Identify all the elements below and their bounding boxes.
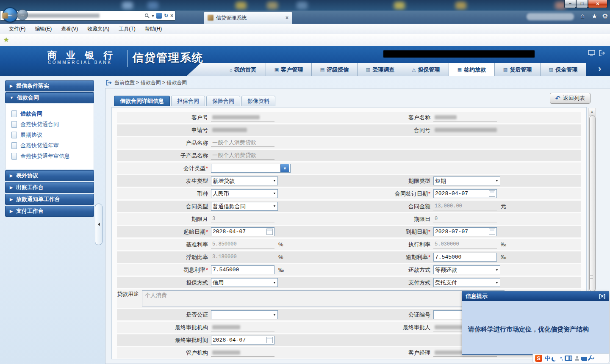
currency-select[interactable]: 人民币▼ [211, 189, 278, 198]
logout-icon[interactable] [599, 50, 605, 56]
final-approval-time-control: 2028-04-07 [211, 336, 274, 345]
nav-tab-guarantee[interactable]: △担保管理 [403, 63, 449, 76]
menu-help[interactable]: 帮助(H) [140, 24, 167, 34]
sidebar-section-loan-contract[interactable]: ▼借款合同 [5, 92, 94, 103]
sidebar-item-jinyan-quick-loan-contract[interactable]: 金燕快贷通合同 [11, 121, 94, 128]
return-to-list-button[interactable]: ↷ 返回列表 [550, 93, 591, 104]
maximize-button[interactable]: □ [576, 0, 588, 8]
nav-tab-home[interactable]: ⌂我的首页 [220, 63, 266, 76]
menu-file[interactable]: 文件(F) [4, 24, 30, 34]
calendar-icon[interactable] [489, 190, 495, 197]
scrollbar-up-arrow[interactable]: ▲ [589, 108, 595, 116]
guarantee-method-label: 担保方式 [117, 279, 208, 287]
payment-method-select[interactable]: 受托支付▼ [433, 278, 500, 287]
popup-close-icon[interactable]: [×] [599, 293, 605, 299]
required-asterisk: * [428, 190, 430, 197]
menu-view[interactable]: 查看(V) [56, 24, 83, 34]
dropdown-caret-icon[interactable]: ▼ [495, 179, 499, 182]
chinese-mode-icon[interactable]: 中 [545, 355, 550, 362]
browser-tab[interactable]: 信贷管理系统 × [204, 11, 292, 24]
close-button[interactable]: × [588, 0, 607, 8]
dropdown-caret-icon[interactable]: ▼ [273, 313, 276, 316]
wrench-icon[interactable] [588, 356, 592, 361]
scrollbar-thumb[interactable] [589, 116, 596, 292]
nav-tab-preservation[interactable]: ▨保全管理 [541, 63, 586, 76]
term-type-value: 短期 [435, 177, 446, 185]
compatibility-view-icon[interactable] [156, 13, 162, 19]
nav-tab-investigation[interactable]: ▥受理调查 [358, 63, 403, 76]
contract-type-select[interactable]: 普通借款合同▼ [211, 202, 278, 211]
monitor-icon[interactable] [588, 50, 595, 56]
dropdown-caret-icon[interactable]: ▼ [273, 179, 276, 182]
term-type-select[interactable]: 短期▼ [433, 176, 500, 185]
add-favorite-star-icon[interactable]: ★ [3, 36, 9, 44]
sidebar-item-extension-agreement[interactable]: 展期协议 [11, 131, 94, 139]
moon-icon[interactable] [553, 356, 557, 361]
product-name-text: 一般个人消费贷款 [212, 139, 256, 146]
search-icon[interactable] [144, 13, 150, 18]
managing-org-value [211, 349, 274, 357]
calendar-icon[interactable] [266, 229, 273, 235]
stop-icon[interactable]: × [170, 13, 173, 19]
tab-image-material[interactable]: 影像资料 [241, 96, 275, 106]
penalty-rate-input[interactable]: 7.545000 [211, 265, 274, 274]
sidebar-collapse-handle[interactable] [95, 204, 103, 245]
calendar-icon[interactable] [266, 337, 273, 343]
keyboard-icon[interactable] [565, 356, 572, 361]
popup-titlebar[interactable]: 信息提示 [×] [462, 292, 609, 301]
menu-edit[interactable]: 编辑(E) [30, 24, 56, 34]
minimize-button[interactable]: – [564, 0, 576, 8]
sidebar-section-loan-notice[interactable]: ▶放款通知单工作台 [5, 194, 94, 205]
sidebar-item-jinyan-annual-review[interactable]: 金燕快贷通年审 [11, 142, 94, 149]
sidebar-section-credit-conditions[interactable]: ▶授信条件落实 [5, 80, 94, 91]
nav-tab-customer[interactable]: ▣客户管理 [266, 63, 312, 76]
home-icon[interactable]: ⌂ [580, 12, 585, 20]
sidebar-section-payment[interactable]: ▶支付工作台 [5, 206, 94, 217]
start-date-input[interactable]: 2028-04-07 [211, 227, 274, 236]
nav-tab-postloan[interactable]: ▧贷后管理 [495, 63, 541, 76]
favorites-star-icon[interactable]: ★ [591, 12, 597, 20]
final-approval-time-input[interactable]: 2028-04-07 [211, 336, 274, 345]
refresh-icon[interactable]: ↻ [164, 13, 168, 19]
maturity-date-input[interactable]: 2028-07-07 [433, 227, 497, 236]
occurrence-type-select[interactable]: 新增贷款▼ [211, 176, 278, 185]
sub-product-name-control: 一般个人消费贷款 [211, 152, 274, 160]
sidebar-section-disbursement[interactable]: ▶出账工作台 [5, 182, 94, 193]
base-rate-field: 基准利率5.850000% [117, 241, 358, 248]
nav-more-chevron-icon[interactable]: › [598, 63, 601, 74]
calendar-icon[interactable] [489, 229, 495, 235]
dropdown-caret-icon[interactable]: ▼ [273, 205, 276, 208]
guarantee-method-select[interactable]: 信用▼ [211, 278, 278, 287]
dropdown-caret-icon[interactable]: ▼ [495, 281, 499, 284]
sidebar-item-jinyan-annual-review-info[interactable]: 金燕快贷通年审信息 [11, 152, 94, 160]
accounting-type-select[interactable]: ▼ [211, 164, 291, 173]
dropdown-button-icon[interactable]: ▼ [280, 164, 289, 172]
executed-rate-field: 执行利率5.030000‰ [358, 241, 581, 248]
tab-contract-detail[interactable]: 借款合同详细信息 [114, 96, 170, 106]
skin-icon[interactable] [582, 357, 587, 361]
sogou-logo-icon[interactable]: S [535, 355, 542, 362]
dropdown-caret-icon[interactable]: ▼ [273, 281, 276, 284]
executed-rate-label: 执行利率 [358, 241, 430, 248]
settings-gear-icon[interactable]: ⚙ [602, 12, 608, 20]
nav-tab-signing[interactable]: ▦签约放款 [449, 63, 495, 76]
sidebar-section-off-balance[interactable]: ▶表外协议 [5, 170, 94, 181]
tab-guarantee-contract[interactable]: 担保合同 [171, 96, 205, 106]
tab-insurance-contract[interactable]: 保险合同 [206, 96, 240, 106]
loan-purpose-textarea[interactable]: 个人消费 [142, 290, 505, 306]
search-dropdown-caret-icon[interactable]: ▾ [152, 13, 154, 19]
loan-purpose-label: 贷款用途 [117, 290, 139, 298]
menu-favorites[interactable]: 收藏夹(A) [83, 24, 114, 34]
punctuation-icon[interactable]: °, [560, 356, 562, 361]
person-icon[interactable] [575, 358, 579, 361]
overdue-rate-input[interactable]: 7.545000 [433, 253, 497, 262]
tab-close-icon[interactable]: × [286, 15, 288, 21]
dropdown-caret-icon[interactable]: ▼ [273, 192, 276, 195]
dropdown-caret-icon[interactable]: ▼ [495, 268, 499, 271]
repayment-method-select[interactable]: 等额还款▼ [433, 265, 500, 274]
contract-sign-date-input[interactable]: 2028-04-07 [433, 189, 497, 198]
notarization-select[interactable]: ▼ [211, 310, 278, 319]
menu-tools[interactable]: 工具(T) [114, 24, 140, 34]
sidebar-item-loan-contract[interactable]: 借款合同 [11, 110, 94, 118]
nav-tab-rating[interactable]: ▤评级授信 [312, 63, 358, 76]
